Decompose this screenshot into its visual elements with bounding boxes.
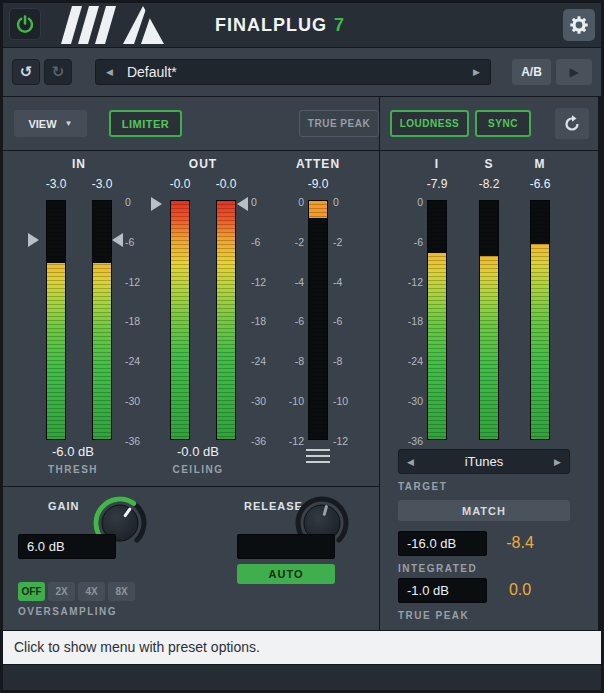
in-meter-title: IN	[46, 157, 112, 171]
oversampling-2x-button[interactable]: 2X	[48, 582, 75, 601]
scale-tick: -12	[333, 435, 365, 448]
ceiling-value[interactable]: -0.0 dB	[146, 444, 250, 459]
mode-row-left: VIEW ▼ LIMITER TRUE PEAK	[3, 97, 379, 150]
threshold-marker-right[interactable]	[112, 233, 123, 247]
threshold-value[interactable]: -6.0 dB	[21, 444, 125, 459]
preset-next-icon[interactable]: ▶	[473, 67, 480, 77]
limiter-toggle[interactable]: LIMITER	[109, 110, 182, 137]
oversampling-4x-label: 4X	[85, 586, 97, 597]
redo-button[interactable]: ↻	[44, 59, 72, 85]
auto-label: AUTO	[269, 568, 304, 580]
integrated-target-field[interactable]: -16.0 dB	[398, 531, 487, 556]
out-meter-right	[216, 200, 236, 440]
scale-tick: -24	[390, 355, 423, 368]
scale-tick: -2	[333, 236, 365, 249]
lufs-m-title: M	[520, 157, 560, 171]
target-selector[interactable]: ◀ iTunes ▶	[398, 449, 570, 474]
controls-panel: GAIN 6.0 dB RELEASE	[3, 487, 379, 630]
loudness-panel: I S M -7.9 -8.2 -6.6 0-6-12-18-24-30-36 …	[380, 151, 598, 630]
lufs-m-meter	[530, 200, 550, 440]
scale-tick: 0	[333, 196, 365, 209]
atten-scale-right: 0-2-4-6-8-10-12	[333, 196, 365, 448]
in-meter-left	[46, 200, 66, 440]
oversampling-label: OVERSAMPLING	[18, 606, 117, 617]
power-button[interactable]	[9, 8, 41, 40]
plugin-title: FINALPLUG 7	[215, 3, 344, 47]
release-value-field[interactable]	[237, 534, 335, 559]
match-button[interactable]: MATCH	[398, 500, 570, 521]
scale-tick: -12	[125, 276, 151, 289]
plugin-version: 7	[334, 15, 344, 36]
lufs-i-meter	[427, 200, 447, 440]
finalplug-window: FINALPLUG 7 ↺	[0, 0, 604, 693]
preset-name: Default*	[127, 64, 473, 80]
in-meter-scale: 0-6-12-18-24-30-36	[125, 196, 151, 448]
oversampling-4x-button[interactable]: 4X	[78, 582, 105, 601]
redo-icon: ↻	[52, 63, 65, 81]
mode-row-right: LOUDNESS SYNC	[380, 97, 598, 150]
scale-tick: -10	[272, 395, 304, 408]
preset-row: ↺ ↻ ◀ Default* ▶ A/B ▶	[3, 48, 601, 96]
limiter-meter-panel: IN -3.0 -3.0 0-6-12-18-24-30-36 -6.0 dB …	[3, 151, 379, 486]
oversampling-off-label: OFF	[22, 586, 42, 597]
scale-tick: -6	[272, 315, 304, 328]
atten-scale-left: 0-2-4-6-8-10-12	[272, 196, 304, 448]
ceiling-marker-right[interactable]	[237, 197, 248, 211]
scale-tick: -8	[333, 355, 365, 368]
bottom-bar	[3, 665, 601, 690]
scale-tick: 0	[272, 196, 304, 209]
sync-toggle[interactable]: SYNC	[475, 110, 531, 137]
limiter-label: LIMITER	[122, 118, 170, 130]
ab-compare-button[interactable]: A/B	[512, 59, 551, 85]
lufs-i-title: I	[417, 157, 457, 171]
atten-meter	[308, 200, 328, 440]
undo-icon: ↺	[20, 63, 33, 81]
match-label: MATCH	[462, 505, 506, 517]
sync-refresh-button[interactable]	[555, 108, 589, 139]
loudness-label: LOUDNESS	[400, 118, 460, 129]
out-peak-value-1: -0.0	[160, 177, 200, 191]
out-meter-title: OUT	[170, 157, 236, 171]
auto-release-toggle[interactable]: AUTO	[237, 564, 335, 584]
scale-tick: -30	[125, 395, 151, 408]
true-peak-label: TRUE PEAK	[398, 610, 469, 621]
lufs-i-value: -7.9	[417, 177, 457, 191]
in-peak-value-2: -3.0	[82, 177, 122, 191]
scale-tick: -18	[125, 315, 151, 328]
plugin-title-text: FINALPLUG	[215, 15, 327, 36]
lufs-scale: 0-6-12-18-24-30-36	[390, 196, 423, 448]
settings-button[interactable]	[563, 9, 595, 41]
preset-selector[interactable]: ◀ Default* ▶	[95, 59, 491, 85]
scale-tick: -2	[272, 236, 304, 249]
refresh-icon	[562, 114, 582, 134]
threshold-marker-left[interactable]	[28, 233, 39, 247]
scale-tick: 0	[125, 196, 151, 209]
oversampling-8x-label: 8X	[115, 586, 127, 597]
target-prev-icon[interactable]: ◀	[407, 457, 414, 467]
oversampling-off-button[interactable]: OFF	[18, 582, 45, 601]
status-bar: Click to show menu with preset options.	[3, 631, 601, 664]
oversampling-2x-label: 2X	[55, 586, 67, 597]
meter-options-menu-icon[interactable]	[306, 449, 330, 463]
out-meter-left	[170, 200, 190, 440]
view-menu-button[interactable]: VIEW ▼	[14, 110, 87, 137]
gain-value-field[interactable]: 6.0 dB	[18, 534, 116, 559]
loudness-toggle[interactable]: LOUDNESS	[390, 110, 469, 137]
in-meter-right	[92, 200, 112, 440]
target-value: iTunes	[414, 454, 554, 469]
undo-button[interactable]: ↺	[12, 59, 40, 85]
preset-prev-icon[interactable]: ◀	[106, 67, 113, 77]
true-peak-target-field[interactable]: -1.0 dB	[398, 578, 487, 603]
scale-tick: -8	[272, 355, 304, 368]
target-next-icon[interactable]: ▶	[554, 457, 561, 467]
preset-play-button[interactable]: ▶	[556, 59, 592, 85]
ceiling-marker-left[interactable]	[151, 197, 162, 211]
status-message: Click to show menu with preset options.	[14, 631, 601, 664]
scale-tick: -4	[272, 276, 304, 289]
oversampling-8x-button[interactable]: 8X	[108, 582, 135, 601]
true-peak-readout: 0.0	[492, 581, 548, 599]
true-peak-target-value: -1.0 dB	[407, 583, 449, 598]
play-icon: ▶	[569, 65, 578, 79]
true-peak-toggle[interactable]: TRUE PEAK	[299, 110, 379, 137]
gain-label: GAIN	[48, 500, 80, 512]
